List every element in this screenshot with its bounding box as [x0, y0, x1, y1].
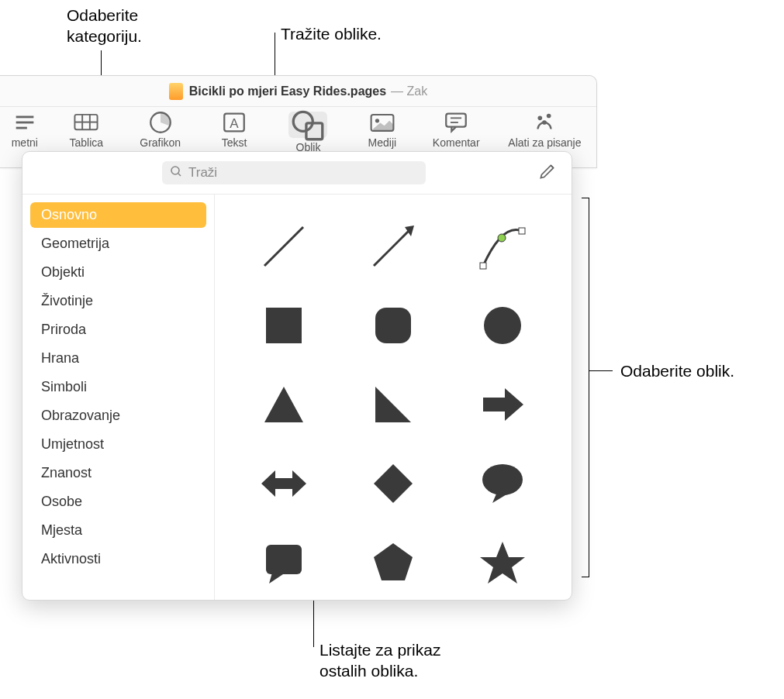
sidebar-item-simboli[interactable]: Simboli [30, 374, 206, 400]
sidebar-item-hrana[interactable]: Hrana [30, 346, 206, 371]
sidebar-item-geometrija[interactable]: Geometrija [30, 231, 206, 257]
shape-right-triangle[interactable] [338, 365, 447, 444]
search-icon [170, 165, 182, 181]
tool-alati[interactable]: Alati za pisanje [503, 112, 587, 149]
shape-arrow-right[interactable] [448, 365, 558, 444]
svg-rect-0 [16, 116, 33, 119]
shape-square[interactable] [229, 286, 338, 365]
tool-label: Alati za pisanje [508, 136, 581, 149]
tool-label: Grafikon [140, 136, 181, 149]
svg-point-20 [171, 167, 179, 174]
tool-label: Mediji [368, 136, 397, 149]
callout-select-category: Odaberite kategoriju. [67, 5, 142, 47]
titlebar: Bicikli po mjeri Easy Rides.pages — Zak [0, 76, 596, 107]
svg-point-19 [543, 120, 547, 125]
search-placeholder: Traži [188, 165, 217, 181]
tool-komentar[interactable]: Komentar [429, 112, 484, 149]
shape-circle[interactable] [448, 286, 558, 365]
shape-diamond[interactable] [338, 444, 447, 523]
callout-bracket [582, 198, 589, 577]
svg-point-10 [294, 112, 313, 131]
shape-speech-bubble[interactable] [448, 444, 558, 523]
shapes-popover: Traži OsnovnoGeometrijaObjektiŽivotinjeP… [22, 151, 572, 601]
svg-line-21 [178, 174, 181, 176]
svg-point-30 [484, 307, 521, 344]
svg-marker-41 [480, 542, 525, 584]
document-icon [169, 83, 183, 100]
svg-rect-38 [266, 545, 302, 574]
comment-icon [443, 112, 469, 133]
chart-icon [147, 112, 174, 133]
callout-select-shape: Odaberite oblik. [620, 360, 734, 381]
popover-body: OsnovnoGeometrijaObjektiŽivotinjePriroda… [22, 194, 572, 600]
shape-rounded-square[interactable] [338, 286, 447, 365]
document-title: Bicikli po mjeri Easy Rides.pages [189, 84, 386, 98]
tool-tekst[interactable]: A Tekst [206, 112, 261, 149]
tools-icon [531, 112, 558, 133]
sidebar-item-životinje[interactable]: Životinje [30, 288, 206, 314]
table-icon [73, 112, 99, 133]
sidebar-item-mjesta[interactable]: Mjesta [30, 518, 206, 543]
sidebar-item-umjetnost[interactable]: Umjetnost [30, 432, 206, 457]
text-icon: A [221, 112, 247, 133]
sidebar-item-priroda[interactable]: Priroda [30, 317, 206, 343]
tool-oblik[interactable]: Oblik [281, 112, 336, 153]
svg-rect-25 [480, 263, 486, 269]
callout-search-shapes: Tražite oblike. [281, 23, 382, 44]
shape-line[interactable] [229, 207, 338, 286]
insert-icon [12, 112, 38, 133]
search-row: Traži [22, 152, 572, 194]
svg-point-13 [375, 119, 379, 122]
tool-mediji[interactable]: Mediji [354, 112, 409, 149]
shape-pentagon[interactable] [338, 523, 447, 600]
search-input[interactable]: Traži [162, 161, 426, 184]
sidebar-item-objekti[interactable]: Objekti [30, 260, 206, 285]
shape-arrow-line[interactable] [338, 207, 447, 286]
draw-shape-icon[interactable] [537, 161, 558, 184]
shape-category-sidebar: OsnovnoGeometrijaObjektiŽivotinjePriroda… [22, 195, 215, 600]
svg-line-23 [374, 231, 409, 266]
svg-marker-31 [264, 387, 303, 422]
svg-point-18 [547, 114, 551, 119]
svg-rect-1 [16, 122, 33, 124]
sidebar-item-osobe[interactable]: Osobe [30, 489, 206, 515]
sidebar-item-znanost[interactable]: Znanost [30, 460, 206, 486]
tool-label: Tablica [70, 136, 104, 149]
svg-rect-29 [375, 308, 411, 343]
shape-curve-editable[interactable] [448, 207, 558, 286]
svg-text:A: A [230, 116, 239, 131]
svg-marker-34 [261, 470, 306, 497]
svg-rect-2 [16, 127, 26, 129]
svg-rect-11 [306, 123, 323, 139]
svg-point-36 [482, 464, 523, 495]
tool-label: Komentar [433, 136, 480, 149]
svg-rect-26 [519, 228, 525, 234]
sidebar-item-aktivnosti[interactable]: Aktivnosti [30, 546, 206, 572]
shape-triangle[interactable] [229, 365, 338, 444]
svg-point-27 [498, 234, 506, 242]
callout-line [313, 593, 314, 647]
svg-marker-40 [374, 543, 413, 580]
media-icon [369, 112, 395, 133]
callout-scroll-more: Listajte za prikaz ostalih oblika. [319, 639, 440, 682]
document-status: — Zak [391, 84, 427, 98]
tool-grafikon[interactable]: Grafikon [133, 112, 188, 149]
svg-rect-14 [446, 114, 466, 127]
sidebar-item-obrazovanje[interactable]: Obrazovanje [30, 403, 206, 429]
shape-callout-bubble[interactable] [229, 523, 338, 600]
svg-marker-39 [269, 573, 283, 584]
sidebar-item-osnovno[interactable]: Osnovno [30, 202, 206, 228]
svg-point-17 [538, 116, 543, 121]
svg-marker-33 [483, 388, 523, 421]
tool-tablica[interactable]: Tablica [59, 112, 114, 149]
svg-line-22 [264, 227, 303, 266]
shape-star[interactable] [448, 523, 558, 600]
tool-label: Tekst [222, 136, 247, 149]
shape-icon [288, 112, 327, 138]
shape-double-arrow[interactable] [229, 444, 338, 523]
svg-marker-35 [374, 464, 413, 503]
callout-line [589, 370, 613, 371]
tool-umetni[interactable]: metni [9, 112, 40, 149]
shape-grid [215, 195, 572, 600]
svg-marker-32 [375, 387, 411, 422]
